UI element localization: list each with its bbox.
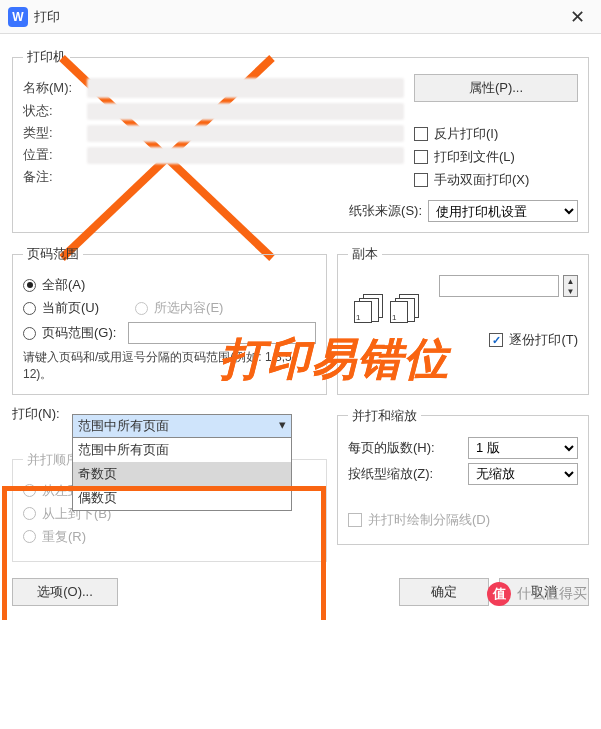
copies-input[interactable]	[439, 275, 559, 297]
scale-select[interactable]: 无缩放	[468, 463, 578, 485]
range-current-radio[interactable]	[23, 302, 36, 315]
type-label: 类型:	[23, 124, 87, 142]
zoom-legend: 并打和缩放	[348, 407, 421, 425]
type-value	[87, 125, 404, 142]
print-what-option[interactable]: 范围中所有页面	[73, 438, 291, 462]
watermark: 值 什么值得买	[487, 582, 587, 606]
paper-source-label: 纸张来源(S):	[349, 202, 422, 220]
printer-legend: 打印机	[23, 48, 70, 66]
range-pages-input[interactable]	[128, 322, 316, 344]
print-what-dropdown[interactable]: 范围中所有页面▾ 范围中所有页面 奇数页 偶数页	[72, 414, 292, 511]
pages-per-sheet-select[interactable]: 1 版	[468, 437, 578, 459]
comment-label: 备注:	[23, 168, 87, 186]
status-value	[87, 103, 404, 120]
print-to-file-checkbox[interactable]	[414, 150, 428, 164]
mirror-checkbox[interactable]	[414, 127, 428, 141]
manual-duplex-checkbox[interactable]	[414, 173, 428, 187]
mirror-label: 反片打印(I)	[434, 125, 498, 143]
range-selection-label: 所选内容(E)	[154, 299, 223, 317]
printer-name-select[interactable]	[87, 78, 404, 98]
order-repeat-label: 重复(R)	[42, 528, 86, 546]
manual-duplex-label: 手动双面打印(X)	[434, 171, 529, 189]
status-label: 状态:	[23, 102, 87, 120]
print-to-file-label: 打印到文件(L)	[434, 148, 515, 166]
copies-legend: 副本	[348, 245, 382, 263]
paper-source-select[interactable]: 使用打印机设置	[428, 200, 578, 222]
copies-group: 副本 ▲▼ 1 1 逐份打印(T)	[337, 245, 589, 395]
print-what-option[interactable]: 偶数页	[73, 486, 291, 510]
print-what-option[interactable]: 奇数页	[73, 462, 291, 486]
range-pages-label: 页码范围(G):	[42, 324, 116, 342]
titlebar: W 打印 ✕	[0, 0, 601, 34]
close-button[interactable]: ✕	[564, 4, 591, 30]
chevron-down-icon: ▾	[279, 417, 286, 435]
properties-button[interactable]: 属性(P)...	[414, 74, 578, 102]
separator-label: 并打时绘制分隔线(D)	[368, 511, 490, 529]
dialog-title: 打印	[34, 8, 60, 26]
collate-checkbox[interactable]	[489, 333, 503, 347]
dialog-body: 打印机 名称(M): 状态: 类型: 位置: 备注: 属性(P)... 反片打印…	[0, 34, 601, 620]
watermark-text: 什么值得买	[517, 585, 587, 603]
page-range-group: 页码范围 全部(A) 当前页(U) 所选内容(E) 页码范围(G): 请键入页码…	[12, 245, 327, 395]
name-label: 名称(M):	[23, 79, 87, 97]
location-value	[87, 147, 404, 164]
options-button[interactable]: 选项(O)...	[12, 578, 118, 606]
range-all-label: 全部(A)	[42, 276, 85, 294]
order-repeat-radio[interactable]	[23, 530, 36, 543]
page-stack-icon: 1	[354, 301, 372, 323]
ok-button[interactable]: 确定	[399, 578, 489, 606]
range-current-label: 当前页(U)	[42, 299, 99, 317]
scale-label: 按纸型缩放(Z):	[348, 465, 468, 483]
collate-label: 逐份打印(T)	[509, 331, 578, 349]
collate-preview: 1 1	[354, 301, 578, 323]
page-stack-icon: 1	[390, 301, 408, 323]
print-what-label: 打印(N):	[12, 405, 72, 423]
separator-checkbox[interactable]	[348, 513, 362, 527]
order-lr-radio[interactable]	[23, 484, 36, 497]
zoom-group: 并打和缩放 每页的版数(H): 1 版 按纸型缩放(Z): 无缩放 并打时绘制分…	[337, 407, 589, 545]
pages-per-sheet-label: 每页的版数(H):	[348, 439, 468, 457]
printer-group: 打印机 名称(M): 状态: 类型: 位置: 备注: 属性(P)... 反片打印…	[12, 48, 589, 233]
range-legend: 页码范围	[23, 245, 83, 263]
range-selection-radio[interactable]	[135, 302, 148, 315]
app-icon: W	[8, 7, 28, 27]
range-pages-radio[interactable]	[23, 327, 36, 340]
copies-spinner[interactable]: ▲▼	[563, 275, 578, 297]
location-label: 位置:	[23, 146, 87, 164]
range-hint: 请键入页码和/或用逗号分隔的页码范围(例如: 1,3,5-12)。	[23, 349, 316, 384]
watermark-badge-icon: 值	[487, 582, 511, 606]
range-all-radio[interactable]	[23, 279, 36, 292]
order-tb-radio[interactable]	[23, 507, 36, 520]
